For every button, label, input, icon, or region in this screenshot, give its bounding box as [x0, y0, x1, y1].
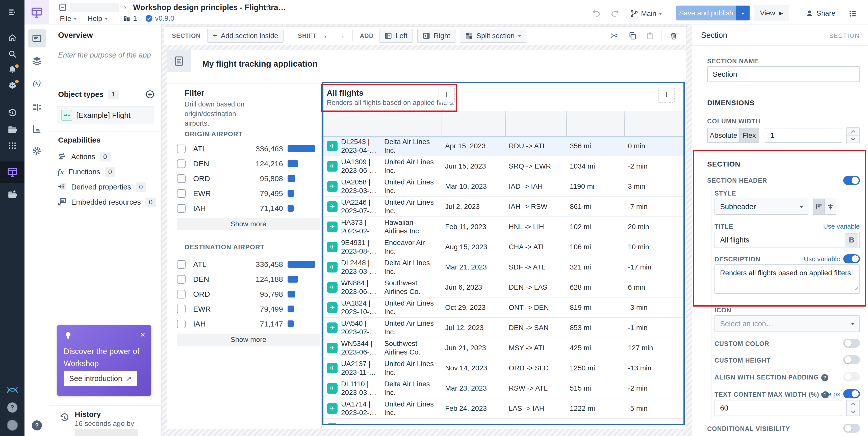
- shift-right-arrow-icon[interactable]: →: [337, 31, 345, 41]
- home-icon[interactable]: [0, 30, 25, 45]
- section-name-input[interactable]: Section: [707, 66, 860, 82]
- all-flights-widget[interactable]: All flights Renders all flights based on…: [322, 82, 685, 425]
- conditional-visibility-toggle[interactable]: [843, 424, 860, 433]
- breadcrumb[interactable]: Workshop design principles - Flight tra…: [133, 3, 286, 12]
- menu-icon[interactable]: [0, 4, 25, 20]
- workshop-logo-icon[interactable]: [25, 0, 49, 25]
- filter-checkbox-row[interactable]: ORD 95,808: [177, 171, 320, 186]
- table-row[interactable]: ✈ DL2448 |2023-03-… Delta Air Lines Inc.…: [323, 257, 683, 277]
- filter-checkbox-row[interactable]: EWR 79,495: [177, 186, 320, 201]
- resize-handle[interactable]: [855, 284, 859, 292]
- tab-settings-gear-icon[interactable]: [25, 143, 49, 159]
- align-with-section-padding-toggle[interactable]: [843, 372, 860, 381]
- table-row[interactable]: ✈ UA2246 |2023-07-… United Air Lines Inc…: [323, 197, 683, 217]
- help-tooltip-icon[interactable]: ?: [821, 374, 828, 381]
- custom-height-toggle[interactable]: [843, 355, 860, 364]
- capability-actions[interactable]: Actions 0: [49, 149, 162, 164]
- add-object-type-icon[interactable]: [145, 90, 155, 100]
- checkbox[interactable]: [177, 260, 186, 269]
- branch-selector[interactable]: Main: [630, 9, 662, 18]
- project-folder-star-icon[interactable]: [0, 187, 25, 202]
- checkbox[interactable]: [177, 144, 186, 153]
- icon-select[interactable]: Select an icon…: [714, 315, 860, 332]
- checkbox[interactable]: [177, 275, 186, 283]
- table-row[interactable]: ✈ UA1309 |2023-06-… United Air Lines Inc…: [323, 156, 683, 176]
- cut-scissors-icon[interactable]: ✂: [611, 31, 618, 41]
- close-icon[interactable]: ×: [140, 330, 145, 340]
- filter-checkbox-row[interactable]: IAH 71,147: [177, 316, 320, 331]
- column-header[interactable]: [381, 111, 441, 136]
- column-header[interactable]: [624, 111, 683, 136]
- capability-derived-properties[interactable]: Derived properties 0: [49, 179, 162, 195]
- page-icon-tab[interactable]: [167, 50, 191, 72]
- title-input[interactable]: All flights B: [714, 232, 860, 248]
- version-badge[interactable]: v0.9.0: [145, 14, 174, 23]
- updates-box-icon[interactable]: [0, 77, 25, 93]
- undo-icon[interactable]: [592, 8, 601, 19]
- checkbox[interactable]: [177, 174, 186, 183]
- filter-checkbox-row[interactable]: ORD 95,798: [177, 287, 320, 302]
- column-width-absol­ute-option[interactable]: Absolute: [707, 128, 739, 143]
- checkbox[interactable]: [177, 204, 186, 213]
- table-row[interactable]: ✈ WN5344 |2023-06-… Southwest Airlines C…: [323, 338, 683, 358]
- tab-variables-icon[interactable]: (x): [25, 75, 49, 91]
- column-header[interactable]: [566, 111, 624, 136]
- duplicate-copy-icon[interactable]: [628, 32, 637, 40]
- resource-count[interactable]: 1: [123, 14, 137, 23]
- share-button[interactable]: Share: [805, 9, 835, 18]
- checkbox[interactable]: [177, 290, 186, 299]
- rail-help-icon[interactable]: ?: [25, 417, 49, 434]
- filter-checkbox-row[interactable]: DEN 124,216: [177, 156, 320, 171]
- filter-checkbox-row[interactable]: ATL 336,458: [177, 257, 320, 272]
- table-row[interactable]: ✈ 9E4931 |2023-08-… Endeavor Air Inc. Au…: [323, 237, 683, 257]
- filter-checkbox-row[interactable]: EWR 79,499: [177, 302, 320, 316]
- object-type-item[interactable]: [Example] Flight: [57, 106, 154, 124]
- platform-logo-icon[interactable]: [0, 382, 25, 397]
- description-toggle[interactable]: [843, 254, 860, 263]
- flex-value-input[interactable]: 1: [765, 128, 842, 143]
- use-px-link[interactable]: use px: [821, 390, 840, 398]
- max-width-input[interactable]: 60: [714, 400, 842, 416]
- tab-layers-icon[interactable]: [25, 53, 49, 69]
- apps-grid-icon[interactable]: [0, 138, 25, 153]
- user-avatar[interactable]: [0, 417, 25, 433]
- save-options-caret[interactable]: [736, 5, 750, 21]
- checkbox[interactable]: [177, 160, 186, 168]
- table-row[interactable]: ✈ DL1110 |2023-03-… Delta Air Lines Inc.…: [323, 378, 683, 398]
- file-menu[interactable]: File: [60, 14, 77, 23]
- shift-left-arrow-icon[interactable]: ←: [323, 31, 331, 41]
- capability-embedded-resources[interactable]: Embedded resources 0: [49, 195, 162, 210]
- description-use-variable-link[interactable]: Use variable: [804, 255, 840, 263]
- column-width-flex-option[interactable]: Flex: [739, 128, 759, 143]
- add-right-button[interactable]: Right: [417, 29, 456, 43]
- header-align-left-button[interactable]: [813, 199, 825, 215]
- help-menu[interactable]: Help: [88, 14, 108, 23]
- checkbox[interactable]: [177, 305, 186, 313]
- origin-show-more-button[interactable]: Show more: [177, 218, 320, 230]
- section-header-toggle[interactable]: [843, 176, 860, 185]
- style-select[interactable]: Subheader: [714, 199, 808, 215]
- save-and-publish-button[interactable]: Save and publish: [676, 5, 736, 21]
- capability-functions[interactable]: fx Functions 0: [49, 164, 162, 179]
- table-row[interactable]: ✈ UA1714 |2023-02-… United Air Lines Inc…: [323, 398, 683, 418]
- destination-show-more-button[interactable]: Show more: [177, 334, 320, 346]
- delete-trash-icon[interactable]: [669, 32, 678, 40]
- help-icon[interactable]: ?: [0, 400, 25, 415]
- app-title[interactable]: My flight tracking application: [202, 59, 318, 69]
- search-icon[interactable]: [0, 46, 25, 62]
- add-section-inside-button[interactable]: + Add section inside: [207, 29, 283, 43]
- files-folder-icon[interactable]: [0, 122, 25, 137]
- flex-value-stepper[interactable]: [846, 127, 860, 143]
- checkbox[interactable]: [177, 189, 186, 198]
- view-button[interactable]: View▶: [754, 5, 789, 21]
- max-width-toggle[interactable]: [843, 389, 860, 398]
- split-section-button[interactable]: Split section: [460, 29, 526, 43]
- purpose-input[interactable]: Enter the purpose of the app: [58, 51, 151, 59]
- table-row[interactable]: ✈ AA1620 | American: [323, 418, 683, 424]
- bold-button[interactable]: B: [845, 233, 858, 246]
- add-widget-button[interactable]: +: [438, 87, 455, 103]
- column-header[interactable]: [441, 111, 505, 136]
- history-icon[interactable]: [0, 105, 25, 121]
- tab-widget-alignment-icon[interactable]: [25, 99, 49, 115]
- favorite-star-icon[interactable]: ☆: [264, 2, 272, 12]
